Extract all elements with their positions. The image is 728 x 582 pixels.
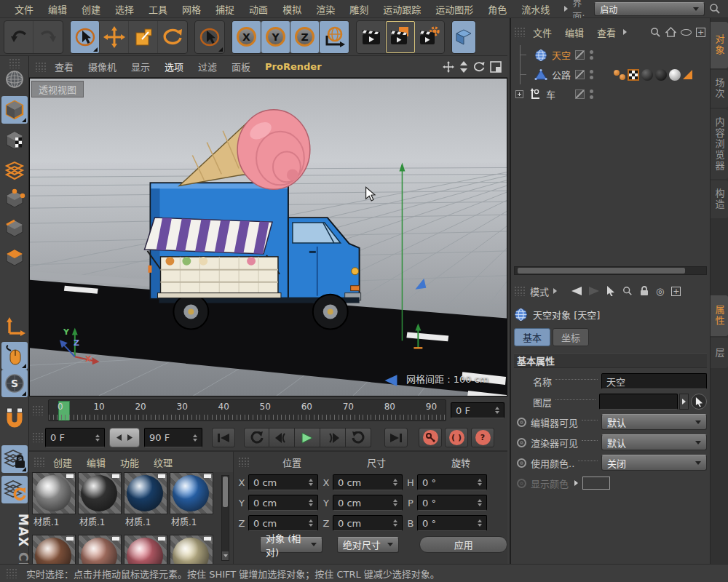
layer-toggle[interactable]	[575, 89, 585, 99]
scale-button[interactable]	[129, 21, 158, 53]
enable-axis-icon[interactable]	[1, 313, 28, 340]
frame-step-buttons[interactable]	[109, 428, 140, 447]
vp-menu-panel[interactable]: 面板	[225, 58, 257, 75]
rotate-view-icon[interactable]	[473, 61, 485, 73]
lock-y-button[interactable]: Y	[261, 21, 290, 53]
coordinate-system-button[interactable]	[320, 21, 349, 53]
tweak-mouse-icon[interactable]	[1, 342, 28, 370]
timeline-ruler[interactable]: 010 2030 4050 6070 8090	[48, 399, 446, 421]
material-item[interactable]: 材质.1	[32, 472, 76, 527]
rot-h-field[interactable]: 0 °	[417, 474, 487, 490]
lock-icon[interactable]	[640, 286, 649, 296]
object-row-road[interactable]: 公路	[514, 65, 707, 84]
undo-button[interactable]	[4, 21, 33, 53]
mat-menu-texture[interactable]: 纹理	[147, 454, 179, 471]
materials-grip[interactable]	[33, 457, 45, 467]
pointer-icon[interactable]	[606, 286, 615, 296]
display-color-swatch[interactable]	[582, 477, 610, 490]
snap-magnet-icon[interactable]	[1, 404, 28, 436]
name-input[interactable]: 天空	[601, 373, 707, 389]
workplane-lock-icon[interactable]	[1, 445, 28, 473]
material-item[interactable]	[78, 535, 122, 564]
render-visibility-dropdown[interactable]: 默认	[601, 434, 707, 450]
materials-scrollbar[interactable]	[221, 475, 229, 561]
expand-color-icon[interactable]	[574, 480, 578, 486]
pos-z-field[interactable]: 0 cm	[248, 515, 318, 531]
visibility-dots[interactable]	[590, 89, 593, 99]
polygons-mode-icon[interactable]	[1, 243, 28, 271]
material-item[interactable]: 材质.1	[78, 472, 122, 527]
expand-icon[interactable]	[515, 90, 523, 98]
points-mode-icon[interactable]	[1, 185, 28, 212]
pan-view-icon[interactable]	[443, 61, 454, 73]
size-y-field[interactable]: 0 cm	[333, 495, 403, 511]
menu-character[interactable]: 角色	[480, 1, 514, 17]
am-add-icon[interactable]: +	[671, 287, 681, 296]
clipped-tool-icon[interactable]	[452, 21, 475, 53]
menu-mesh[interactable]: 网格	[175, 1, 208, 17]
size-mode-dropdown[interactable]: 绝对尺寸	[337, 537, 400, 553]
prev-key-button[interactable]	[269, 428, 295, 447]
am-search-icon[interactable]	[622, 286, 633, 296]
size-x-field[interactable]: 0 cm	[333, 474, 403, 490]
status-grip[interactable]	[6, 568, 17, 578]
viewport-menu-grip[interactable]	[35, 62, 47, 72]
make-editable-icon[interactable]	[1, 65, 28, 93]
workplane-align-icon[interactable]	[1, 476, 28, 503]
mode-menu[interactable]: 模式	[530, 284, 549, 298]
next-key-button[interactable]	[320, 428, 346, 447]
om-menu-view[interactable]: 查看	[591, 24, 622, 41]
material-item[interactable]	[32, 535, 76, 564]
road-tags[interactable]	[614, 69, 692, 81]
vp-menu-view[interactable]: 查看	[48, 58, 80, 75]
layer-field[interactable]	[599, 394, 678, 410]
menu-edit[interactable]: 编辑	[41, 1, 74, 17]
menu-file[interactable]: 文件	[7, 1, 41, 17]
om-hscrollbar[interactable]	[514, 266, 707, 275]
lock-z-button[interactable]: Z	[290, 21, 320, 53]
keyframe-selection-button[interactable]: ?	[471, 428, 494, 447]
tab-objects[interactable]: 对象	[711, 22, 728, 68]
record-key-button[interactable]	[419, 428, 442, 447]
section-basic-properties[interactable]: 基本属性	[514, 353, 707, 368]
render-view-button[interactable]	[357, 21, 386, 53]
menu-simulate[interactable]: 模拟	[275, 1, 309, 17]
vp-menu-display[interactable]: 显示	[124, 58, 157, 75]
om-menu-edit[interactable]: 编辑	[559, 24, 590, 41]
render-settings-button[interactable]	[415, 21, 444, 53]
object-row-car[interactable]: 车	[514, 84, 707, 104]
tab-layers[interactable]: 层	[711, 338, 728, 368]
tab-attributes[interactable]: 属性	[711, 295, 728, 336]
editor-visibility-dropdown[interactable]: 默认	[601, 414, 707, 430]
workplane-mode-icon[interactable]	[1, 156, 28, 183]
om-menu-file[interactable]: 文件	[527, 24, 558, 41]
mat-menu-edit[interactable]: 编辑	[80, 454, 112, 471]
move-button[interactable]	[100, 21, 129, 53]
history-back-icon[interactable]	[571, 287, 582, 295]
menu-render[interactable]: 渲染	[309, 1, 342, 17]
menu-motion-tracker[interactable]: 运动跟踪	[376, 1, 428, 17]
redo-button[interactable]	[33, 21, 63, 53]
loop-back-button[interactable]	[244, 428, 269, 447]
tab-structure[interactable]: 构造	[711, 180, 728, 218]
vp-menu-prorender[interactable]: ProRender	[258, 60, 328, 73]
edges-mode-icon[interactable]	[1, 214, 28, 242]
tab-takes[interactable]: 场次	[711, 70, 728, 108]
pos-y-field[interactable]: 0 cm	[248, 495, 318, 511]
anim-dot-use-color[interactable]	[517, 458, 526, 468]
menu-animate[interactable]: 动画	[242, 1, 275, 17]
menu-snap[interactable]: 捕捉	[208, 1, 242, 17]
material-item[interactable]	[170, 535, 213, 564]
menu-create[interactable]: 创建	[74, 1, 108, 17]
lock-x-button[interactable]: X	[232, 21, 261, 53]
pos-x-field[interactable]: 0 cm	[248, 474, 318, 490]
rot-p-field[interactable]: 0 °	[417, 495, 487, 511]
loop-forward-button[interactable]	[346, 428, 371, 447]
mat-menu-create[interactable]: 创建	[47, 454, 79, 471]
visibility-dots[interactable]	[590, 70, 593, 79]
om-home-icon[interactable]	[665, 27, 676, 38]
timeline-grip[interactable]	[32, 405, 44, 415]
menu-select[interactable]: 选择	[108, 1, 141, 17]
goto-start-button[interactable]	[212, 428, 235, 447]
target-icon[interactable]: ◎	[656, 287, 664, 296]
